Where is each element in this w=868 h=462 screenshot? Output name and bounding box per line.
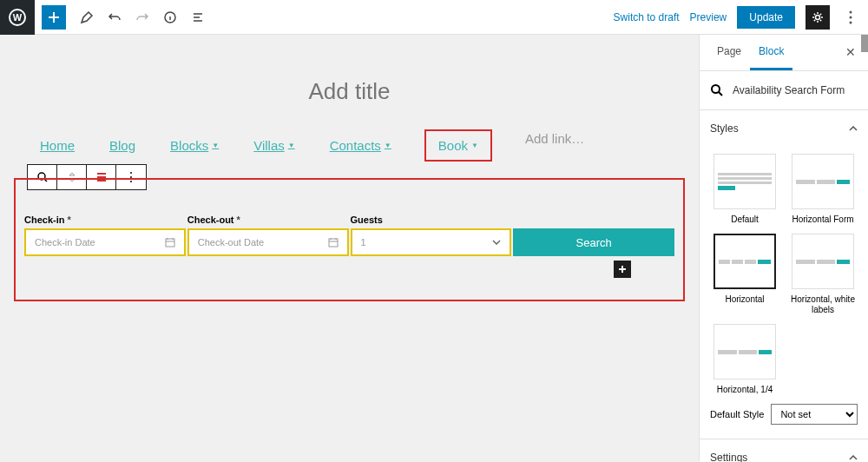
- nav-link-blocks[interactable]: Blocks▼: [170, 131, 219, 160]
- gear-icon: [811, 10, 825, 24]
- nav-link-home[interactable]: Home: [40, 131, 75, 160]
- guests-value: 1: [361, 237, 366, 248]
- chevron-up-icon: [849, 455, 858, 460]
- style-option-horizontal-white[interactable]: Horizontal, white labels: [788, 234, 858, 315]
- checkout-input[interactable]: Check-out Date: [187, 228, 349, 256]
- update-button[interactable]: Update: [737, 6, 795, 29]
- guests-select[interactable]: 1: [351, 228, 512, 256]
- default-style-label: Default Style: [710, 409, 764, 419]
- settings-sidebar: Page Block ✕ Availability Search Form St…: [699, 35, 868, 462]
- switch-to-draft-link[interactable]: Switch to draft: [614, 11, 680, 23]
- svg-point-2: [850, 10, 852, 13]
- settings-button[interactable]: [806, 5, 830, 30]
- plus-icon: [46, 10, 62, 25]
- checkin-label: Check-in *: [24, 214, 186, 225]
- preview-link[interactable]: Preview: [690, 11, 727, 23]
- add-inner-block-button[interactable]: [614, 261, 631, 278]
- nav-link-blog[interactable]: Blog: [109, 131, 135, 160]
- search-form-row: Check-in * Check-in Date Check-out * Che…: [24, 214, 674, 256]
- style-option-horizontal-quarter[interactable]: Horizontal, 1/4: [710, 324, 779, 395]
- svg-point-3: [850, 16, 852, 18]
- sidebar-tabs: Page Block ✕: [700, 35, 868, 71]
- editor-area: Add title Home Blog Blocks▼ Villas▼ Cont…: [0, 35, 868, 462]
- navigation-block: Home Blog Blocks▼ Villas▼ Contacts▼ Book…: [14, 131, 685, 160]
- styles-grid: Default Horizontal Form Horizontal Horiz…: [710, 154, 858, 395]
- outline-icon[interactable]: [187, 7, 208, 28]
- toolbar-right-group: Switch to draft Preview Update: [614, 5, 861, 30]
- svg-point-11: [712, 85, 720, 93]
- svg-point-1: [816, 15, 820, 19]
- tab-page[interactable]: Page: [708, 35, 750, 70]
- content-area[interactable]: Add title Home Blog Blocks▼ Villas▼ Cont…: [0, 35, 699, 462]
- nav-link-villas[interactable]: Villas▼: [253, 131, 295, 160]
- chevron-down-icon: ▼: [212, 142, 219, 149]
- info-icon[interactable]: [160, 7, 181, 28]
- tab-block[interactable]: Block: [750, 35, 792, 70]
- editor-top-toolbar: Switch to draft Preview Update: [0, 0, 868, 35]
- nav-link-contacts[interactable]: Contacts▼: [330, 131, 391, 160]
- style-option-default[interactable]: Default: [710, 154, 779, 225]
- checkin-placeholder-text: Check-in Date: [35, 237, 95, 248]
- settings-panel: Settings: [700, 439, 868, 462]
- default-style-select[interactable]: Not set: [771, 404, 858, 425]
- svg-point-6: [130, 172, 132, 174]
- settings-panel-header[interactable]: Settings: [700, 439, 868, 462]
- close-panel-icon[interactable]: ✕: [842, 35, 859, 70]
- add-block-button[interactable]: [42, 5, 66, 30]
- style-option-horizontal-form[interactable]: Horizontal Form: [788, 154, 858, 225]
- wordpress-logo[interactable]: [0, 0, 35, 35]
- chevron-down-icon: [492, 240, 501, 245]
- svg-point-4: [850, 21, 852, 23]
- chevron-down-icon: ▼: [471, 142, 478, 149]
- add-nav-link[interactable]: Add link…: [525, 131, 584, 160]
- redo-icon[interactable]: [132, 7, 153, 28]
- more-options-icon[interactable]: [840, 7, 861, 28]
- style-option-horizontal[interactable]: Horizontal: [710, 234, 779, 315]
- styles-panel-header[interactable]: Styles: [700, 110, 868, 147]
- chevron-down-icon: ▼: [288, 142, 295, 149]
- availability-search-block[interactable]: Check-in * Check-in Date Check-out * Che…: [14, 178, 685, 301]
- block-name-label: Availability Search Form: [733, 84, 845, 96]
- page-title-input[interactable]: Add title: [7, 78, 692, 105]
- block-identity: Availability Search Form: [700, 71, 868, 110]
- svg-rect-10: [329, 239, 338, 247]
- nav-link-book[interactable]: Book▼: [426, 131, 490, 160]
- calendar-icon: [165, 237, 175, 248]
- checkout-label: Check-out *: [187, 214, 349, 225]
- guests-label: Guests: [351, 214, 512, 225]
- wordpress-icon: [9, 9, 26, 26]
- calendar-icon: [328, 237, 339, 248]
- scrollbar-thumb[interactable]: [861, 35, 868, 52]
- plus-icon: [617, 264, 628, 274]
- search-icon: [710, 83, 724, 97]
- chevron-down-icon: ▼: [385, 142, 391, 149]
- checkin-input[interactable]: Check-in Date: [24, 228, 186, 256]
- undo-icon[interactable]: [104, 7, 125, 28]
- styles-panel: Styles Default Horizontal Form Horizon: [700, 110, 868, 439]
- chevron-up-icon: [849, 126, 858, 131]
- toolbar-tools: [76, 7, 208, 28]
- checkout-placeholder-text: Check-out Date: [198, 237, 264, 248]
- search-button[interactable]: Search: [513, 228, 674, 256]
- svg-rect-9: [166, 239, 174, 247]
- edit-tool-icon[interactable]: [76, 7, 97, 28]
